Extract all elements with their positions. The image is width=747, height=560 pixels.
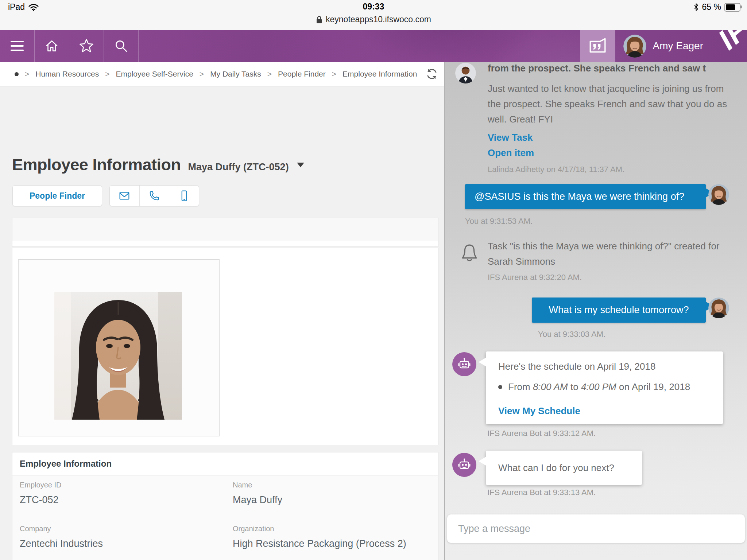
breadcrumb-separator: > (105, 70, 109, 78)
people-finder-button[interactable]: People Finder (12, 185, 102, 206)
message-text: Here's the schedule on April 19, 2018 (498, 359, 723, 374)
chat-message-outgoing: What is my schedule tomorrow? (532, 298, 706, 323)
view-task-link[interactable]: View Task (488, 130, 731, 145)
refresh-button[interactable] (425, 67, 438, 81)
search-icon (113, 38, 129, 54)
bot-avatar (452, 453, 476, 477)
phone-button[interactable] (140, 186, 170, 206)
user-avatar (623, 35, 646, 58)
breadcrumb-separator: > (200, 70, 204, 78)
field-value: Zentechi Industries (20, 538, 224, 549)
page-title: Employee Information (12, 155, 181, 174)
employee-photo (54, 292, 182, 420)
sender-avatar (455, 63, 476, 83)
photo-panel (12, 248, 438, 445)
search-button[interactable] (104, 30, 139, 62)
view-my-schedule-link[interactable]: View My Schedule (498, 403, 723, 419)
chat-notification: Task "is this the Maya we were thinking … (488, 238, 743, 283)
bullet-icon (498, 385, 502, 389)
people-finder-label: People Finder (30, 191, 85, 201)
address-bar[interactable]: keynoteapps10.ifswoco.com (0, 15, 747, 24)
home-button[interactable] (35, 30, 69, 62)
chat-message-bot: Here's the schedule on April 19, 2018 Fr… (486, 351, 723, 424)
breadcrumb-item-human-resources[interactable]: Human Resources (35, 70, 99, 78)
field-value: ZTC-052 (20, 494, 224, 506)
field-name: Name Maya Duffy (233, 481, 433, 506)
user-avatar (708, 298, 729, 318)
schedule-bullet: From 8:00 AM to 4:00 PM on April 19, 201… (498, 379, 723, 394)
chevron-down-icon[interactable] (297, 163, 304, 167)
message-text: Just wanted to let know that jacqueline … (488, 81, 731, 127)
url-text: keynoteapps10.ifswoco.com (326, 15, 431, 24)
chat-panel: from the prospect. She speaks French and… (444, 62, 747, 560)
app-header: Amy Eager IFS (0, 30, 747, 62)
mobile-button[interactable] (169, 186, 199, 206)
field-label: Name (233, 481, 433, 489)
record-selector[interactable]: Maya Duffy (ZTC-052) (188, 162, 289, 173)
hamburger-icon (11, 41, 24, 51)
message-text: What is my schedule tomorrow? (549, 304, 689, 316)
battery-percent: 65 % (702, 2, 721, 12)
message-text: @SASIUS is this the Maya we were thinkin… (475, 191, 684, 202)
message-meta: You at 9:31:53 AM. (465, 216, 533, 227)
open-item-link[interactable]: Open item (488, 145, 731, 160)
chat-message-bot: What can I do for you next? (486, 451, 642, 485)
refresh-icon (425, 67, 438, 81)
breadcrumb-item-employee-information[interactable]: Employee Information (342, 70, 417, 78)
brand-logo: IFS (713, 30, 747, 62)
message-meta: You at 9:33:03 AM. (538, 329, 605, 340)
collapsed-section-panel[interactable] (12, 218, 438, 247)
employee-info-panel: Employee Information Employee ID ZTC-052… (12, 452, 438, 560)
email-button[interactable] (110, 186, 140, 206)
message-meta: IFS Aurena at 9:32:20 AM. (488, 272, 743, 283)
bullet-text: From 8:00 AM to 4:00 PM on April 19, 201… (508, 379, 690, 394)
breadcrumb: > Human Resources > Employee Self-Servic… (0, 62, 444, 86)
field-employee-id: Employee ID ZTC-052 (20, 481, 224, 506)
mobile-phone-icon (178, 189, 191, 202)
chat-message-truncated: from the prospect. She speaks French and… (488, 62, 745, 76)
panel-body: Employee ID ZTC-052 Name Maya Duffy Comp… (12, 475, 438, 560)
message-meta: IFS Aurena Bot at 9:33:12 AM. (487, 428, 596, 439)
battery-icon (724, 3, 740, 12)
breadcrumb-separator: > (332, 70, 336, 78)
phone-icon (148, 189, 161, 202)
bell-icon (461, 242, 478, 264)
chat-message-input[interactable] (447, 514, 745, 543)
lock-icon (316, 15, 322, 24)
photo-frame (18, 259, 220, 436)
breadcrumb-root-dot[interactable] (15, 72, 19, 76)
clock: 09:33 (0, 2, 747, 12)
robot-icon (457, 458, 472, 472)
envelope-icon (117, 189, 131, 203)
chat-message-incoming: Just wanted to let know that jacqueline … (488, 81, 731, 175)
user-name: Amy Eager (653, 40, 704, 52)
message-meta: IFS Aurena Bot at 9:33:13 AM. (487, 487, 596, 498)
message-text: What can I do for you next? (498, 460, 614, 475)
field-label: Employee ID (20, 481, 224, 489)
chat-quote-icon (588, 38, 607, 54)
bluetooth-icon (693, 3, 699, 11)
field-organization: Organization High Resistance Packaging (… (233, 525, 433, 549)
user-avatar (708, 184, 729, 205)
chat-message-outgoing: @SASIUS is this the Maya we were thinkin… (465, 184, 706, 209)
field-label: Company (20, 525, 224, 533)
star-icon (78, 38, 94, 54)
favorites-button[interactable] (69, 30, 104, 62)
breadcrumb-item-people-finder[interactable]: People Finder (278, 70, 326, 78)
field-company: Company Zentechi Industries (20, 525, 224, 549)
chat-toggle-button[interactable] (580, 30, 615, 62)
panel-title: Employee Information (12, 452, 438, 475)
field-value: Maya Duffy (233, 494, 433, 506)
menu-button[interactable] (0, 30, 35, 62)
robot-icon (457, 357, 472, 372)
breadcrumb-item-employee-self-service[interactable]: Employee Self-Service (116, 70, 193, 78)
message-meta: Lalinda Adihetty on 4/17/18, 11:37 AM. (488, 164, 731, 175)
ios-status-bar: iPad 09:33 65 % keynoteapps10.ifswoco.co… (0, 0, 747, 30)
profile-menu[interactable]: Amy Eager (615, 35, 713, 58)
field-value: High Resistance Packaging (Process 2) (233, 538, 433, 549)
breadcrumb-separator: > (267, 70, 272, 78)
main-content: > Human Resources > Employee Self-Servic… (0, 62, 444, 560)
notification-text: Task "is this the Maya we were thinking … (488, 238, 743, 269)
contact-button-group (109, 185, 199, 206)
breadcrumb-item-my-daily-tasks[interactable]: My Daily Tasks (210, 70, 261, 78)
